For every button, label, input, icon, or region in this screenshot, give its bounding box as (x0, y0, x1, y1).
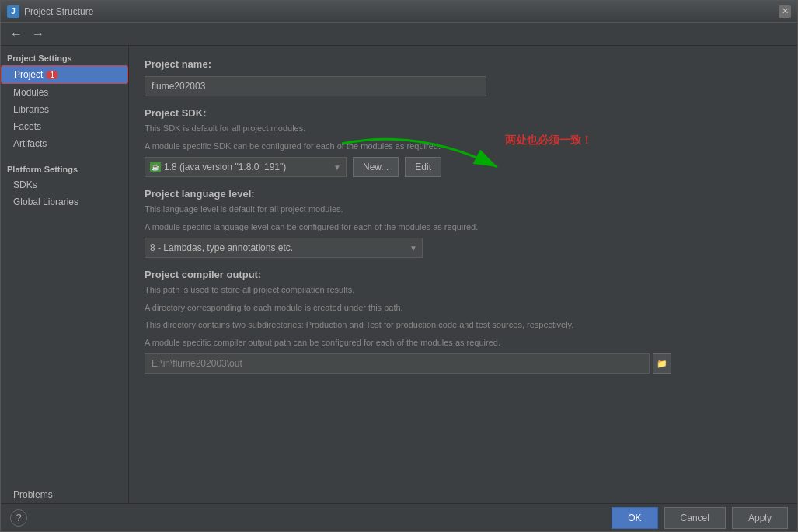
sidebar-item-facets-label: Facets (13, 121, 41, 132)
sdk-select-inner: ☕ 1.8 (java version "1.8.0_191") (150, 162, 286, 172)
sidebar-item-global-libraries-label: Global Libraries (13, 196, 78, 207)
project-badge: 1 (46, 71, 58, 79)
platform-settings-label: Platform Settings (1, 160, 128, 176)
sidebar-item-facets[interactable]: Facets (1, 118, 128, 135)
forward-button[interactable]: → (29, 26, 47, 43)
compiler-desc4: A module specific compiler output path c… (145, 336, 782, 349)
sidebar-item-problems-label: Problems (13, 489, 53, 500)
compiler-desc1: This path is used to store all project c… (145, 283, 782, 297)
sidebar: Project Settings Project 1 Modules Libra… (1, 46, 129, 503)
content-area: Project name: Project SDK: This SDK is d… (129, 46, 797, 503)
bottom-bar: ? OK Cancel Apply (1, 503, 797, 531)
browse-button[interactable]: 📁 (653, 353, 671, 374)
bottom-right: OK Cancel Apply (612, 507, 788, 529)
close-button[interactable]: ✕ (779, 5, 791, 18)
project-name-input[interactable] (145, 76, 486, 96)
compiler-output-label: Project compiler output: (145, 269, 782, 280)
compiler-desc2: A directory corresponding to each module… (145, 301, 782, 315)
output-path-row: 📁 (145, 353, 782, 374)
toolbar: ← → (1, 23, 797, 46)
sdk-desc1: This SDK is default for all project modu… (145, 122, 782, 135)
project-name-label: Project name: (145, 58, 782, 70)
sidebar-item-problems[interactable]: Problems (1, 486, 128, 503)
language-value: 8 - Lambdas, type annotations etc. (150, 242, 293, 253)
dialog: J Project Structure ✕ ← → Project Settin… (0, 0, 798, 532)
main-content: Project Settings Project 1 Modules Libra… (1, 46, 797, 503)
cancel-button[interactable]: Cancel (664, 507, 726, 529)
compiler-desc3: This directory contains two subdirectori… (145, 318, 782, 332)
app-icon: J (7, 5, 19, 18)
sidebar-item-artifacts[interactable]: Artifacts (1, 135, 128, 152)
language-chevron-icon: ▼ (409, 244, 417, 252)
sdk-desc2: A module specific SDK can be configured … (145, 140, 782, 153)
ok-button[interactable]: OK (612, 507, 657, 529)
sidebar-item-project-label: Project (14, 69, 43, 80)
sidebar-item-sdks-label: SDKs (13, 179, 37, 190)
sdk-value: 1.8 (java version "1.8.0_191") (164, 162, 286, 172)
sidebar-item-libraries[interactable]: Libraries (1, 101, 128, 118)
sidebar-item-global-libraries[interactable]: Global Libraries (1, 193, 128, 210)
project-language-label: Project language level: (145, 188, 782, 200)
language-desc2: A module specific language level can be … (145, 221, 782, 234)
sdk-chevron-icon: ▼ (333, 163, 341, 172)
edit-sdk-button[interactable]: Edit (405, 157, 441, 177)
sdk-icon: ☕ (150, 162, 161, 172)
sidebar-item-modules[interactable]: Modules (1, 84, 128, 101)
language-select[interactable]: 8 - Lambdas, type annotations etc. ▼ (145, 238, 423, 258)
sidebar-item-artifacts-label: Artifacts (13, 138, 47, 149)
title-bar-text: Project Structure (24, 6, 774, 17)
output-path-input[interactable] (145, 353, 650, 374)
title-bar: J Project Structure ✕ (1, 1, 797, 23)
apply-button[interactable]: Apply (732, 507, 788, 529)
language-desc1: This language level is default for all p… (145, 203, 782, 216)
sdk-select[interactable]: ☕ 1.8 (java version "1.8.0_191") ▼ (145, 157, 347, 177)
sidebar-item-project[interactable]: Project 1 (1, 65, 128, 84)
sidebar-item-libraries-label: Libraries (13, 104, 49, 115)
sidebar-item-modules-label: Modules (13, 87, 48, 98)
project-settings-label: Project Settings (1, 49, 128, 65)
bottom-left: ? (10, 509, 27, 527)
sidebar-item-sdks[interactable]: SDKs (1, 176, 128, 193)
help-button[interactable]: ? (10, 509, 27, 527)
project-sdk-label: Project SDK: (145, 107, 782, 119)
sdk-row: ☕ 1.8 (java version "1.8.0_191") ▼ New..… (145, 157, 782, 177)
new-sdk-button[interactable]: New... (353, 157, 399, 177)
back-button[interactable]: ← (7, 26, 26, 43)
